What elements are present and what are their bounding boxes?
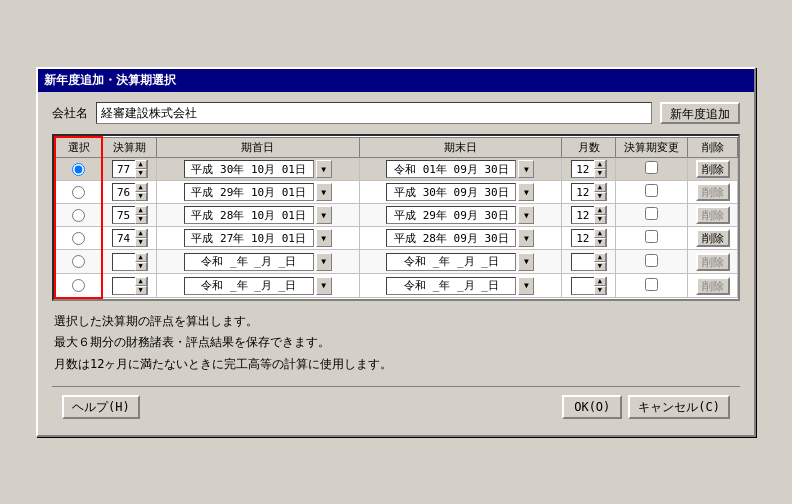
date-dropdown-btn[interactable]: ▼ <box>518 253 534 271</box>
period-radio[interactable] <box>72 255 85 268</box>
months-cell: 12▲▼ <box>562 227 616 250</box>
delete-button[interactable]: 削除 <box>696 253 730 271</box>
date-dropdown-btn[interactable]: ▼ <box>316 277 332 295</box>
changed-checkbox-cell[interactable] <box>616 158 688 181</box>
date-input[interactable] <box>386 160 516 178</box>
spinner-down-btn[interactable]: ▼ <box>594 215 606 224</box>
date-dropdown-btn[interactable]: ▼ <box>518 183 534 201</box>
date-input[interactable] <box>184 277 314 295</box>
col-header-period: 決算期 <box>102 137 156 158</box>
new-year-button[interactable]: 新年度追加 <box>660 102 740 124</box>
radio-cell[interactable] <box>55 274 102 298</box>
changed-checkbox[interactable] <box>645 278 658 291</box>
months-cell: 12▲▼ <box>562 181 616 204</box>
radio-cell[interactable] <box>55 158 102 181</box>
spinner-up-btn[interactable]: ▲ <box>135 229 147 238</box>
spinner-value: 12 <box>572 209 594 222</box>
date-dropdown-btn[interactable]: ▼ <box>518 229 534 247</box>
help-button[interactable]: ヘルプ(H) <box>62 395 140 419</box>
company-input[interactable] <box>96 102 652 124</box>
date-input[interactable] <box>184 160 314 178</box>
info-line1: 選択した決算期の評点を算出します。 <box>54 311 738 333</box>
cancel-button[interactable]: キャンセル(C) <box>628 395 730 419</box>
date-input[interactable] <box>184 253 314 271</box>
changed-checkbox-cell[interactable] <box>616 250 688 274</box>
date-input[interactable] <box>184 229 314 247</box>
period-cell: 75▲▼ <box>102 204 156 227</box>
changed-checkbox[interactable] <box>645 161 658 174</box>
spinner-down-btn[interactable]: ▼ <box>135 215 147 224</box>
spinner-down-btn[interactable]: ▼ <box>135 169 147 178</box>
spinner-down-btn[interactable]: ▼ <box>135 286 147 295</box>
spinner-down-btn[interactable]: ▼ <box>135 262 147 271</box>
spinner-up-btn[interactable]: ▲ <box>594 229 606 238</box>
radio-cell[interactable] <box>55 227 102 250</box>
spinner-down-btn[interactable]: ▼ <box>594 169 606 178</box>
date-dropdown-btn[interactable]: ▼ <box>316 160 332 178</box>
spinner-up-btn[interactable]: ▲ <box>135 183 147 192</box>
date-dropdown-btn[interactable]: ▼ <box>518 206 534 224</box>
table-row: 75▲▼▼▼12▲▼削除 <box>55 204 738 227</box>
date-input[interactable] <box>386 277 516 295</box>
changed-checkbox[interactable] <box>645 230 658 243</box>
date-dropdown-btn[interactable]: ▼ <box>518 277 534 295</box>
changed-checkbox-cell[interactable] <box>616 227 688 250</box>
months-cell: 12▲▼ <box>562 204 616 227</box>
delete-cell: 削除 <box>688 181 738 204</box>
spinner-up-btn[interactable]: ▲ <box>594 160 606 169</box>
spinner-up-btn[interactable]: ▲ <box>594 183 606 192</box>
spinner-down-btn[interactable]: ▼ <box>594 286 606 295</box>
date-input[interactable] <box>386 253 516 271</box>
ok-button[interactable]: OK(O) <box>562 395 622 419</box>
period-radio[interactable] <box>72 209 85 222</box>
period-radio[interactable] <box>72 163 85 176</box>
period-cell: ▲▼ <box>102 250 156 274</box>
date-dropdown-btn[interactable]: ▼ <box>518 160 534 178</box>
period-radio[interactable] <box>72 186 85 199</box>
radio-cell[interactable] <box>55 250 102 274</box>
delete-button[interactable]: 削除 <box>696 206 730 224</box>
spinner-up-btn[interactable]: ▲ <box>594 253 606 262</box>
changed-checkbox[interactable] <box>645 184 658 197</box>
date-dropdown-btn[interactable]: ▼ <box>316 229 332 247</box>
fiscal-period-table-container: 選択 決算期 期首日 期末日 月数 決算期変更 削除 77▲▼▼▼12▲▼削除7… <box>52 134 740 301</box>
spinner-down-btn[interactable]: ▼ <box>135 238 147 247</box>
changed-checkbox-cell[interactable] <box>616 181 688 204</box>
spinner-down-btn[interactable]: ▼ <box>594 238 606 247</box>
spinner-up-btn[interactable]: ▲ <box>135 253 147 262</box>
period-radio[interactable] <box>72 279 85 292</box>
date-cell: ▼ <box>359 250 562 274</box>
date-input[interactable] <box>184 206 314 224</box>
date-input[interactable] <box>386 206 516 224</box>
spinner-up-btn[interactable]: ▲ <box>594 277 606 286</box>
date-dropdown-btn[interactable]: ▼ <box>316 183 332 201</box>
date-dropdown-btn[interactable]: ▼ <box>316 206 332 224</box>
spinner-up-btn[interactable]: ▲ <box>135 277 147 286</box>
radio-cell[interactable] <box>55 204 102 227</box>
changed-checkbox-cell[interactable] <box>616 204 688 227</box>
bottom-right-buttons: OK(O) キャンセル(C) <box>562 395 730 419</box>
date-input[interactable] <box>386 229 516 247</box>
radio-cell[interactable] <box>55 181 102 204</box>
date-dropdown-btn[interactable]: ▼ <box>316 253 332 271</box>
date-input[interactable] <box>184 183 314 201</box>
spinner-up-btn[interactable]: ▲ <box>135 206 147 215</box>
delete-button[interactable]: 削除 <box>696 183 730 201</box>
date-cell: ▼ <box>156 204 359 227</box>
date-input[interactable] <box>386 183 516 201</box>
spinner-up-btn[interactable]: ▲ <box>594 206 606 215</box>
delete-button[interactable]: 削除 <box>696 229 730 247</box>
delete-button[interactable]: 削除 <box>696 277 730 295</box>
info-line2: 最大６期分の財務諸表・評点結果を保存できます。 <box>54 332 738 354</box>
spinner-down-btn[interactable]: ▼ <box>594 192 606 201</box>
spinner-down-btn[interactable]: ▼ <box>135 192 147 201</box>
changed-checkbox[interactable] <box>645 207 658 220</box>
delete-button[interactable]: 削除 <box>696 160 730 178</box>
changed-checkbox[interactable] <box>645 254 658 267</box>
spinner: ▲▼ <box>571 277 607 295</box>
delete-cell: 削除 <box>688 250 738 274</box>
period-radio[interactable] <box>72 232 85 245</box>
changed-checkbox-cell[interactable] <box>616 274 688 298</box>
spinner-down-btn[interactable]: ▼ <box>594 262 606 271</box>
spinner-up-btn[interactable]: ▲ <box>135 160 147 169</box>
